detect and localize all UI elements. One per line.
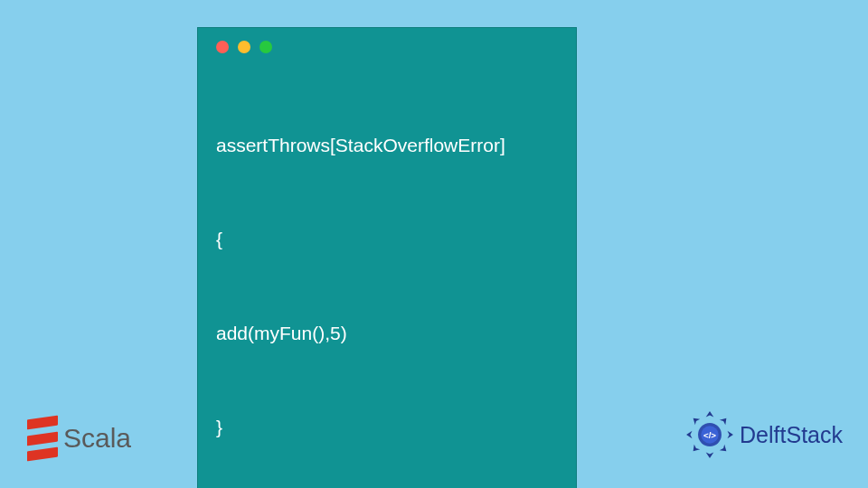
scala-logo: Scala [27,418,131,459]
window-controls [216,41,558,53]
code-block: assertThrows[StackOverflowError] { add(m… [216,68,558,488]
svg-marker-6 [693,445,701,452]
delftstack-logo-text: DelftStack [740,422,843,448]
svg-marker-2 [706,452,714,457]
code-line: assertThrows[StackOverflowError] [216,130,558,162]
code-window: assertThrows[StackOverflowError] { add(m… [197,27,577,488]
code-line: add(myFun(),5) [216,318,558,350]
svg-marker-5 [720,445,727,452]
minimize-icon [238,41,250,53]
svg-marker-0 [706,411,714,417]
maximize-icon [259,41,272,53]
svg-marker-3 [686,431,692,439]
code-line: } [216,412,558,444]
scala-logo-text: Scala [63,423,131,454]
svg-marker-7 [693,418,701,426]
close-icon [216,41,229,53]
delftstack-logo: </> DelftStack [685,410,843,459]
code-line: { [216,224,558,256]
scala-logo-icon [27,418,58,459]
delftstack-logo-icon: </> [685,410,734,459]
svg-marker-4 [720,418,727,426]
svg-marker-1 [728,431,733,439]
svg-text:</>: </> [703,430,716,440]
